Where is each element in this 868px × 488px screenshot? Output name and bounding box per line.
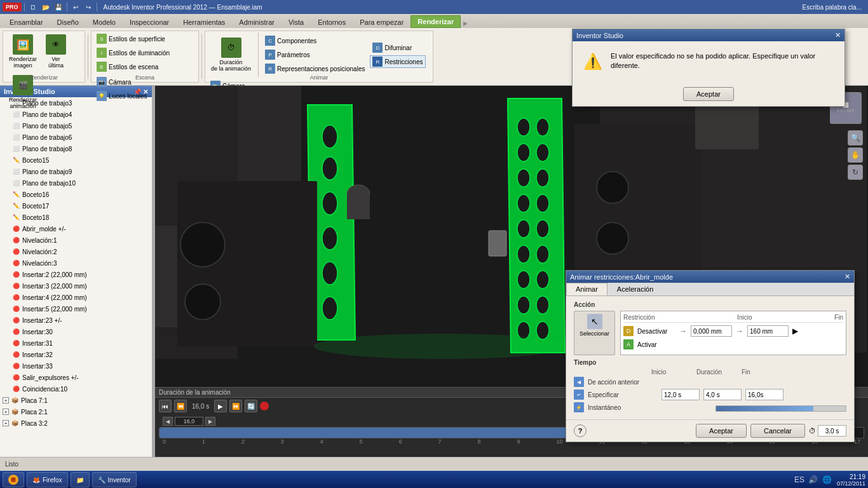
tab-entornos[interactable]: Entornos	[311, 15, 353, 28]
estilos-superficie-button[interactable]: S Estilos de superficie	[94, 32, 172, 45]
tab-inspeccionar[interactable]: Inspeccionar	[123, 15, 176, 28]
save-button[interactable]: 💾	[53, 1, 64, 13]
fin-tiempo-input[interactable]	[745, 389, 783, 400]
tree-item-plano5[interactable]: ⬜ Plano de trabajo5	[0, 120, 152, 132]
tree-item-plano6[interactable]: ⬜ Plano de trabajo6	[0, 132, 152, 143]
open-button[interactable]: 📂	[40, 1, 51, 13]
new-button[interactable]: 🗋	[27, 1, 39, 13]
speaker-icon[interactable]: 🔊	[809, 475, 818, 484]
componentes-button[interactable]: C Componentes	[262, 34, 367, 47]
tree-item-boceto17[interactable]: ✏️ Boceto17	[0, 200, 152, 212]
footer-time-input[interactable]	[818, 425, 846, 437]
redo-button[interactable]: ↪	[83, 1, 94, 13]
estilos-escena-button[interactable]: E Estilos de escena	[94, 60, 172, 73]
svg-point-22	[536, 220, 549, 238]
tree-item-plano10[interactable]: ⬜ Plano de trabajo10	[0, 177, 152, 189]
inicio-tiempo-input[interactable]	[661, 389, 700, 400]
tiempo-progress-bar	[715, 405, 846, 412]
render-imagen-button[interactable]: 🖼️ Renderizarimagen	[6, 32, 40, 71]
tree-item-insertar31[interactable]: 🔴 Insertar:31	[0, 337, 152, 349]
estilos-iluminacion-button[interactable]: I Estilos de iluminación	[94, 46, 172, 59]
firefox-button[interactable]: 🦊 Firefox	[27, 472, 68, 487]
tab-modelo[interactable]: Modelo	[86, 15, 123, 28]
error-close-button[interactable]: ✕	[835, 31, 841, 39]
ribbon-expand[interactable]: ▸	[463, 18, 468, 28]
anim-dialog-close-button[interactable]: ✕	[844, 273, 850, 281]
help-button[interactable]: ?	[574, 424, 587, 437]
expand-icon[interactable]: +	[3, 397, 9, 403]
start-button[interactable]: ⊞	[3, 472, 24, 487]
tree-item-salir-expulsores[interactable]: 🔴 Salir_expulsores +/-	[0, 372, 152, 383]
tree-item-nivelacion2[interactable]: 🔴 Nivelación:2	[0, 246, 152, 257]
tab-administrar[interactable]: Administrar	[232, 15, 281, 28]
tab-vista[interactable]: Vista	[281, 15, 311, 28]
tree-item-boceto15[interactable]: ✏️ Boceto15	[0, 154, 152, 166]
anim-next-button[interactable]: ⏩	[229, 400, 242, 412]
timeline-scroll-right[interactable]: ▶	[205, 417, 215, 426]
tree-item-insertar2[interactable]: 🔴 Insertar:2 (22,000 mm)	[0, 269, 152, 280]
app-menu-button[interactable]: PRO	[3, 3, 22, 11]
anim-aceptar-button[interactable]: Aceptar	[696, 424, 747, 438]
tab-herramientas[interactable]: Herramientas	[176, 15, 232, 28]
tree-item-plano9[interactable]: ⬜ Plano de trabajo9	[0, 166, 152, 177]
anim-loop-button[interactable]: 🔄	[245, 400, 257, 412]
tree-item-coincidencia10[interactable]: 🔴 Coincidencia:10	[0, 383, 152, 395]
tree-item-plano8[interactable]: ⬜ Plano de trabajo8	[0, 143, 152, 154]
sidebar-tree: ⬜ Plano de trabajo3 ⬜ Plano de trabajo4 …	[0, 97, 152, 457]
tree-item-insertar23[interactable]: 🔴 Insertar:23 +/-	[0, 315, 152, 326]
anim-record-button[interactable]	[260, 402, 269, 410]
tree-item-nivelacion3[interactable]: 🔴 Nivelación:3	[0, 257, 152, 269]
tree-item-boceto18[interactable]: ✏️ Boceto18	[0, 212, 152, 223]
tree-item-nivelacion1[interactable]: 🔴 Nivelación:1	[0, 234, 152, 246]
tree-item-placa32[interactable]: + 📦 Placa 3:2	[0, 417, 152, 429]
zoom-button[interactable]: 🔍	[848, 130, 863, 146]
anim-cancelar-button[interactable]: Cancelar	[750, 424, 805, 438]
anim-prev-button[interactable]: ⏪	[174, 400, 187, 412]
network-icon[interactable]: 🌐	[823, 475, 832, 484]
tree-item-placa71[interactable]: + 📦 Placa 7:1	[0, 395, 152, 406]
tab-aceleracion[interactable]: Aceleración	[607, 283, 663, 295]
tree-item-insertar32[interactable]: 🔴 Insertar:32	[0, 349, 152, 360]
timeline-time-input[interactable]	[175, 417, 203, 426]
tree-item-placa21[interactable]: + 📦 Placa 2:1	[0, 406, 152, 417]
firefox-label: Firefox	[43, 477, 62, 484]
tree-item-insertar30[interactable]: 🔴 Insertar:30	[0, 326, 152, 337]
tree-item-insertar4[interactable]: 🔴 Insertar:4 (22,000 mm)	[0, 292, 152, 303]
duracion-animacion-label: Duraciónde la animación	[211, 59, 251, 72]
expand-icon[interactable]: +	[3, 409, 9, 415]
duracion-animacion-icon: ⏱	[221, 37, 241, 58]
duracion-animacion-button[interactable]: ⏱ Duraciónde la animación	[208, 36, 254, 74]
ver-ultima-button[interactable]: 👁 Verúltima	[43, 32, 69, 71]
tree-item-insertar3[interactable]: 🔴 Insertar:3 (22,000 mm)	[0, 280, 152, 292]
explorer-button[interactable]: 📁	[71, 472, 90, 487]
fin-expand-icon[interactable]: ▶	[792, 327, 798, 336]
difuminar-button[interactable]: D Difuminar	[370, 41, 425, 54]
expand-icon[interactable]: +	[3, 420, 9, 426]
tab-renderizar[interactable]: Renderizar	[410, 15, 461, 28]
anim-play-button[interactable]: ▶	[214, 400, 227, 412]
inicio-value-input[interactable]	[691, 325, 732, 337]
fin-value-input[interactable]	[747, 325, 789, 337]
tree-item-insertar33[interactable]: 🔴 Insertar:33	[0, 360, 152, 372]
tab-diseno[interactable]: Diseño	[50, 15, 86, 28]
tree-item-insertar5[interactable]: 🔴 Insertar:5 (22,000 mm)	[0, 303, 152, 315]
timeline-scroll-left[interactable]: ◀	[163, 417, 173, 426]
tree-item-boceto16[interactable]: ✏️ Boceto16	[0, 189, 152, 200]
tab-para-empezar[interactable]: Para empezar	[353, 15, 410, 28]
error-ok-button[interactable]: Aceptar	[683, 87, 734, 101]
seleccionar-button[interactable]: ↖ Seleccionar	[574, 311, 615, 355]
tab-animar[interactable]: Animar	[566, 283, 607, 295]
luces-locales-button[interactable]: 💡 Luces locales	[94, 90, 150, 102]
parametros-button[interactable]: P Parámetros	[262, 48, 367, 61]
anim-goto-start-button[interactable]: ⏮	[159, 400, 172, 412]
inventor-button[interactable]: 🔧 Inventor	[92, 472, 137, 487]
representaciones-button[interactable]: R Representaciones posicionales	[262, 62, 367, 75]
estilos-superficie-icon: S	[97, 34, 107, 44]
pan-button[interactable]: ✋	[848, 147, 863, 163]
restricciones-button[interactable]: R Restricciones	[370, 55, 425, 68]
tab-ensamblar[interactable]: Ensamblar	[3, 15, 50, 28]
orbit-button[interactable]: ↻	[848, 165, 863, 180]
tree-item-abrir-molde[interactable]: 🔴 Abrir_molde +/-	[0, 223, 152, 234]
undo-button[interactable]: ↩	[70, 1, 81, 13]
duracion-tiempo-input[interactable]	[703, 389, 742, 400]
